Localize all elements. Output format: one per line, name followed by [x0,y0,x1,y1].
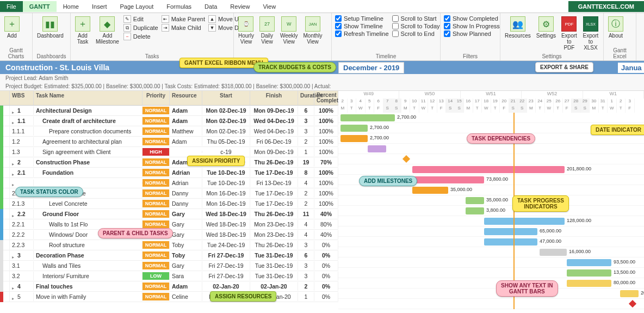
day-num: 9 [401,99,411,106]
scroll-end-check[interactable]: Scroll to End [392,30,440,37]
day-dow: S [581,106,590,113]
project-budget: Project Budget: Estimated: $325,000.00 |… [0,82,644,91]
week-cell: W51 [461,91,522,99]
table-row[interactable]: 2.1FoundationNORMALAdrianTue 10-Dec-19Tu… [0,168,338,178]
expand-icon[interactable] [12,212,16,216]
milestone-diamond[interactable] [403,155,410,163]
gantt-bar[interactable] [368,145,386,152]
show-completed-check[interactable]: Show Completed [444,15,500,22]
duration-cell: 11 [298,210,314,218]
finish-cell: Tue 17-Dec-19 [250,189,298,198]
status-color [0,250,3,261]
add-milestone-button[interactable]: ◆AddMilestone [95,15,120,46]
duplicate-button[interactable]: ⧉Duplicate [123,24,158,32]
export-xlsx-button[interactable]: XLSXExportto XLSX [581,15,600,52]
tab-page-layout[interactable]: Page Layout [113,1,160,12]
gantt-bar[interactable] [466,197,484,204]
table-row[interactable]: 4Final touchesNORMALAdam02-Jan-2002-Jan-… [0,281,338,292]
milestone-diamond[interactable] [629,300,636,308]
resources-button[interactable]: 👥Resources [504,15,532,40]
expand-icon[interactable] [12,160,16,164]
finish-cell: Thu 26-Dec-19 [250,158,298,167]
percent-cell: 100% [314,189,338,198]
gantt-bar[interactable] [412,176,484,183]
table-row[interactable]: 1.1Create draft of architectureNORMALAda… [0,116,338,126]
tab-file[interactable]: File [0,1,23,12]
gantt-bar[interactable] [484,238,537,246]
delete-button[interactable]: −Delete [123,33,158,40]
settings-button[interactable]: ⚙Settings [535,15,557,40]
table-row[interactable]: 2.2.3Roof structureNORMALTobyTue 24-Dec-… [0,240,338,250]
tab-review[interactable]: Review [224,1,256,12]
gantt-bar[interactable] [567,269,611,277]
gantt-row: 35,000.00 [338,195,644,206]
resource-cell: Celine [170,292,202,301]
show-timeline-check[interactable]: Show Timeline [335,23,389,29]
finish-cell: Tue 31-Dec-19 [250,251,298,260]
gantt-bar[interactable] [620,290,639,297]
tab-gantt[interactable]: GANTT [23,1,57,12]
expand-icon[interactable] [12,181,16,185]
setup-timeline-check[interactable]: Setup Timeline [335,15,389,22]
daily-view-button[interactable]: 27DailyView [258,15,276,46]
table-row[interactable]: 2.1.3Level ConcreteNORMALDannyMon 16-Dec… [0,199,338,209]
make-parent-button[interactable]: ⇤Make Parent [162,15,205,23]
scroll-today-check[interactable]: Scroll to Today [392,23,440,29]
duration-cell: 8 [298,168,314,177]
table-row[interactable]: 1.2Agreement to architectural planNORMAL… [0,137,338,147]
make-child-button[interactable]: ⇥Make Child [162,24,205,32]
monthly-view-button[interactable]: JANMonthlyView [302,15,324,46]
show-planned-check[interactable]: Show Planned [444,30,500,37]
timeline-header: W49W50W51W52W1 2345678910111213141516171… [338,91,644,113]
expand-icon[interactable] [12,108,16,113]
table-row[interactable]: 3Decoration PhaseNORMALTobyFri 27-Dec-19… [0,250,338,261]
table-row[interactable]: 1Architectural DesignNORMALAdamMon 02-De… [0,106,338,116]
expand-icon[interactable] [12,253,16,257]
expand-icon[interactable] [12,119,16,123]
gantt-bar[interactable] [567,280,611,287]
add-task-button[interactable]: ＋AddTask [74,15,91,46]
refresh-timeline-check[interactable]: Refresh Timeline [335,30,389,37]
day-num: 11 [419,99,429,106]
gantt-bar[interactable] [412,166,565,173]
expand-icon[interactable] [12,170,16,175]
expand-icon[interactable] [12,284,16,289]
tab-home[interactable]: Home [57,1,85,12]
add-button[interactable]: ＋Add [3,15,21,40]
table-row[interactable]: 2.2Ground FloorNORMALGaryWed 18-Dec-19Th… [0,209,338,219]
gantt-bar[interactable] [484,218,565,225]
gantt-bar[interactable] [412,187,448,194]
tab-data[interactable]: Data [198,1,224,12]
tab-formulas[interactable]: Formulas [160,1,198,12]
start-cell: Wed 18-Dec-19 [202,230,250,239]
table-row[interactable]: 3.2Interiors/ FurnitureLOWSaraFri 27-Dec… [0,271,338,281]
table-row[interactable]: 1.1.1Prepare construction documentsNORMA… [0,126,338,137]
gantt-bar[interactable] [466,207,484,214]
table-row[interactable]: 5Move in with FamilyNORMALCelineFri 03-J… [0,292,338,302]
tab-view[interactable]: View [256,1,282,12]
table-row[interactable]: 1.3Sign agreement with ClientHIGHc-19Mon… [0,147,338,157]
weekly-view-button[interactable]: WWeeklyView [279,15,299,46]
table-row[interactable]: 2Construction PhaseNORMALAdamTue 10-Dec-… [0,157,338,168]
gantt-bar[interactable] [340,135,368,142]
edit-button[interactable]: ✎Edit [123,15,158,23]
resource-cell: Toby [170,241,202,249]
priority-badge: NORMAL [143,138,170,145]
export-pdf-button[interactable]: PDFExportto PDF [560,15,578,52]
dashboard-button[interactable]: ▮▮Dashboard [36,15,65,40]
hourly-view-button[interactable]: ⌚HourlyView [237,15,255,46]
gantt-bar[interactable] [340,125,368,132]
show-inprogress-check[interactable]: Show In Progress [444,23,500,29]
day-dow: S [572,106,581,113]
table-row[interactable]: 3.1Walls and TilesNORMALGaryFri 27-Dec-1… [0,261,338,271]
gantt-bar[interactable] [484,228,537,235]
status-color [0,137,3,147]
tab-insert[interactable]: Insert [85,1,114,12]
gantt-bar[interactable] [540,249,567,256]
about-button[interactable]: ⓘAbout [607,15,624,40]
status-color [0,261,3,271]
gantt-bar[interactable] [340,114,395,121]
scroll-start-check[interactable]: Scroll to Start [392,15,440,22]
gantt-bar[interactable] [567,259,611,266]
expand-icon[interactable] [12,294,16,299]
